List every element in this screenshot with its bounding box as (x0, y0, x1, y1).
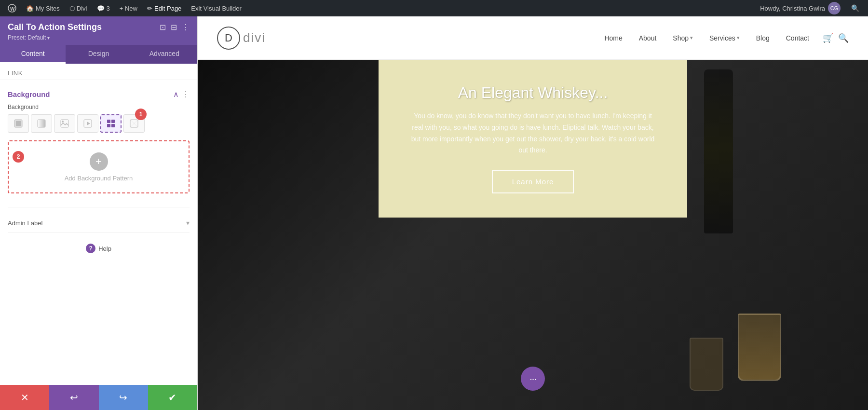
svg-rect-5 (61, 120, 68, 127)
help-section[interactable]: ? Help (0, 239, 197, 258)
add-background-pattern-container: 2 + Add Background Pattern (8, 140, 190, 193)
panel-title-icons: ⊡ ⊟ ⋮ (160, 23, 190, 32)
panel-menu-icon[interactable]: ⋮ (182, 23, 190, 32)
glass-decoration-2 (690, 338, 723, 391)
cta-box: An Elegant Whiskey... You do know, you d… (379, 60, 687, 218)
svg-text:W: W (10, 6, 15, 12)
bg-type-color-btn[interactable] (8, 114, 29, 133)
avatar: CG (828, 2, 841, 14)
svg-rect-4 (38, 120, 45, 127)
logo-d: D (225, 32, 232, 44)
background-section-header: Background ∧ ⋮ (8, 90, 190, 99)
background-type-row-wrapper: 1 (8, 114, 190, 133)
cancel-button[interactable]: ✕ (0, 385, 49, 410)
background-menu-btn[interactable]: ⋮ (182, 90, 190, 99)
background-section-controls: ∧ ⋮ (173, 90, 190, 99)
divi-btn[interactable]: ⬡ Divi (66, 0, 91, 16)
svg-rect-10 (111, 120, 115, 123)
howdy-text: Howdy, Christina Gwira CG (756, 2, 844, 14)
nav-link-shop[interactable]: Shop ▾ (666, 30, 700, 46)
add-pattern-label: Add Background Pattern (65, 175, 133, 182)
services-dropdown-icon: ▾ (737, 35, 740, 41)
badge-1: 1 (135, 109, 147, 120)
svg-marker-8 (87, 122, 90, 125)
admin-label-section[interactable]: Admin Label ▾ (0, 213, 197, 232)
panel-preset[interactable]: Preset: Default ▾ (8, 34, 190, 41)
nav-link-blog[interactable]: Blog (749, 30, 776, 46)
logo-text: divi (243, 30, 266, 45)
tab-advanced[interactable]: Advanced (132, 45, 197, 64)
nav-link-contact[interactable]: Contact (779, 30, 816, 46)
bg-type-video-btn[interactable] (77, 114, 98, 133)
new-btn[interactable]: + New (116, 0, 141, 16)
comments-btn[interactable]: 💬 3 (93, 0, 114, 16)
background-type-row (8, 114, 190, 133)
panel-columns-icon[interactable]: ⊟ (171, 23, 177, 32)
preset-arrow-icon: ▾ (47, 35, 50, 41)
shop-dropdown-icon: ▾ (690, 35, 693, 41)
section-divider-1 (0, 80, 197, 80)
panel-title: Call To Action Settings (8, 22, 102, 32)
site-nav: D divi Home About Shop ▾ Services ▾ (198, 16, 868, 60)
site-logo[interactable]: D divi (217, 27, 266, 50)
panel-header: Call To Action Settings ⊡ ⊟ ⋮ Preset: De… (0, 16, 197, 45)
svg-rect-3 (16, 121, 21, 126)
admin-bar-right: Howdy, Christina Gwira CG 🔍 (756, 2, 864, 14)
background-label: Background (8, 104, 190, 110)
help-label: Help (98, 245, 111, 252)
my-sites-btn[interactable]: 🏠 My Sites (22, 0, 64, 16)
cta-title: An Elegant Whiskey... (407, 84, 658, 102)
cart-icon[interactable]: 🛒 (823, 33, 833, 43)
nav-link-services[interactable]: Services ▾ (703, 30, 746, 46)
bg-type-pattern-btn[interactable] (100, 114, 122, 133)
bottle-decoration (704, 69, 733, 233)
background-section-title: Background (8, 90, 50, 98)
content-divider (8, 207, 190, 207)
bottom-action-bar: ✕ ↩ ↪ ✔ (0, 385, 197, 410)
undo-button[interactable]: ↩ (49, 385, 98, 410)
edit-page-btn[interactable]: ✏ Edit Page (143, 0, 185, 16)
wp-logo-btn[interactable]: W (4, 0, 20, 16)
bg-type-image-btn[interactable] (54, 114, 75, 133)
floating-action-button[interactable]: ··· (521, 367, 545, 391)
nav-link-about[interactable]: About (632, 30, 664, 46)
svg-rect-12 (111, 124, 115, 127)
tab-design[interactable]: Design (66, 45, 131, 64)
add-background-pattern-btn[interactable]: + Add Background Pattern (8, 140, 190, 193)
nav-search-icon[interactable]: 🔍 (838, 33, 849, 43)
right-area: D divi Home About Shop ▾ Services ▾ (198, 16, 868, 410)
svg-rect-9 (107, 120, 110, 123)
link-section-label: Link (0, 64, 197, 80)
wp-admin-bar: W 🏠 My Sites ⬡ Divi 💬 3 + New ✏ Edit Pag… (0, 0, 868, 16)
glass-decoration-1 (738, 314, 781, 381)
left-panel: Call To Action Settings ⊡ ⊟ ⋮ Preset: De… (0, 16, 198, 410)
save-button[interactable]: ✔ (148, 385, 197, 410)
cta-learn-more-button[interactable]: Learn More (492, 170, 574, 193)
badge-2: 2 (13, 151, 24, 163)
divi-icon: ⬡ (69, 5, 75, 12)
background-collapse-btn[interactable]: ∧ (173, 90, 179, 99)
exit-builder-btn[interactable]: Exit Visual Builder (187, 0, 245, 16)
comments-icon: 💬 (97, 5, 105, 12)
add-pattern-plus-icon[interactable]: + (90, 152, 108, 171)
panel-title-row: Call To Action Settings ⊡ ⊟ ⋮ (8, 22, 190, 32)
panel-content: Link Background ∧ ⋮ Background 1 (0, 64, 197, 385)
content-divider-2 (8, 232, 190, 233)
main-layout: Call To Action Settings ⊡ ⊟ ⋮ Preset: De… (0, 16, 868, 410)
admin-label-arrow-icon: ▾ (186, 219, 190, 227)
site-nav-links: Home About Shop ▾ Services ▾ Blog Contac (597, 30, 849, 46)
redo-button[interactable]: ↪ (99, 385, 148, 410)
svg-rect-11 (107, 124, 110, 127)
background-section: Background ∧ ⋮ Background 1 (0, 84, 197, 207)
logo-circle: D (217, 27, 240, 50)
bg-type-gradient-btn[interactable] (31, 114, 52, 133)
panel-tabs: Content Design Advanced (0, 45, 197, 64)
admin-label-text: Admin Label (8, 219, 42, 227)
tab-content[interactable]: Content (0, 45, 66, 64)
nav-link-home[interactable]: Home (597, 30, 629, 46)
admin-search-btn[interactable]: 🔍 (846, 4, 864, 12)
edit-icon: ✏ (147, 5, 152, 12)
cta-body: You do know, you do know that they don't… (407, 110, 658, 156)
panel-resize-icon[interactable]: ⊡ (160, 23, 166, 32)
help-icon: ? (86, 244, 95, 253)
